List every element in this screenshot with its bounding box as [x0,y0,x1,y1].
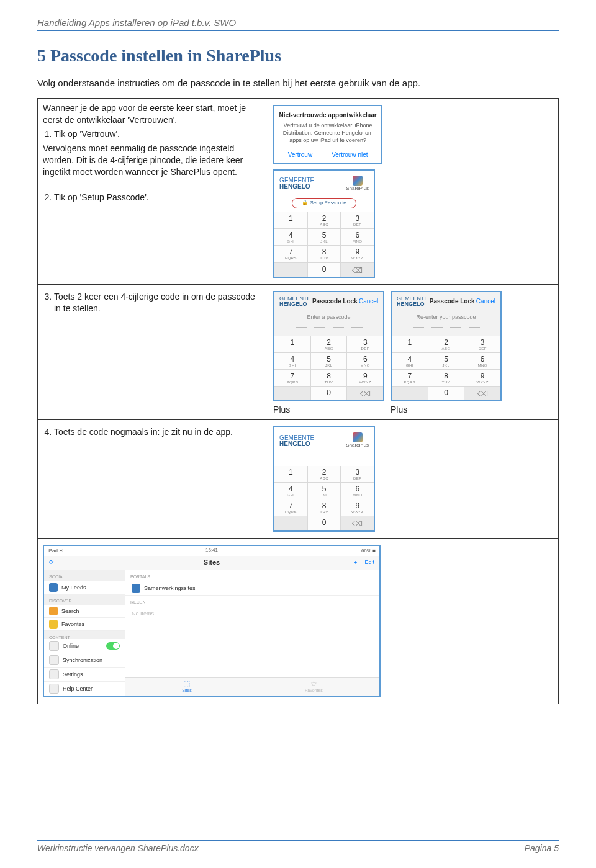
key-9[interactable]: 9WXYZ [341,499,374,516]
key-5[interactable]: 5JKL [428,353,464,369]
key-empty [392,387,428,400]
toolbar-title: Sites [204,558,220,567]
cancel-button[interactable]: Cancel [359,297,378,306]
key-3[interactable]: 3DEF [341,466,374,482]
key-backspace[interactable]: ⌫ [464,387,500,400]
key-4[interactable]: 4GHI [274,483,307,499]
key-6[interactable]: 6MNO [464,353,500,369]
step1-text: Wanneer je de app voor de eerste keer st… [43,102,263,126]
key-1[interactable]: 1 [274,336,310,352]
key-0[interactable]: 0 [311,387,347,400]
gemeente-hengelo-logo: GEMEENTEHENGELO [279,177,314,190]
key-3[interactable]: 3DEF [347,336,383,352]
dialog-title: Niet-vertrouwde appontwikkelaar [278,111,377,120]
key-9[interactable]: 9WXYZ [341,246,374,262]
key-8[interactable]: 8TUV [311,370,347,386]
tab-bar: ⬚Sites ☆Favorites [125,677,379,696]
key-5[interactable]: 5JKL [308,483,341,499]
key-2[interactable]: 2ABC [311,336,347,352]
key-8[interactable]: 8TUV [308,246,341,262]
key-6[interactable]: 6MNO [341,229,374,245]
shareplus-icon [353,176,363,186]
key-empty [274,263,307,277]
key-7[interactable]: 7PQRS [274,499,307,516]
key-9[interactable]: 9WXYZ [347,370,383,386]
step-4-text-cell: Toets de code nogmaals in: je zit nu in … [38,420,268,538]
key-backspace[interactable]: ⌫ [347,387,383,400]
toolbar: ⟳ Sites ＋ Edit [44,556,379,570]
cancel-button[interactable]: Cancel [476,297,495,306]
key-2[interactable]: 2ABC [308,466,341,482]
screenshot-setup-passcode: GEMEENTEHENGELO SharePlus 🔒Setup Passcod… [273,169,375,278]
key-2[interactable]: 2ABC [428,336,464,352]
sidebar-item-search[interactable]: Search [44,605,125,618]
sidebar-item-myfeeds[interactable]: My Feeds [44,581,125,594]
key-7[interactable]: 7PQRS [274,370,310,386]
key-7[interactable]: 7PQRS [274,246,307,262]
keypad: 1 2ABC 3DEF 4GHI 5JKL 6MNO 7PQRS 8TUV 9W… [392,336,500,400]
key-7[interactable]: 7PQRS [392,370,428,386]
key-backspace[interactable]: ⌫ [341,263,374,277]
gemeente-hengelo-logo: GEMEENTEHENGELO [279,435,314,447]
reenter-passcode-label: Re-enter your passcode [392,313,500,321]
key-0[interactable]: 0 [428,387,464,400]
person-icon [49,583,58,592]
footer-page-number: Pagina 5 [525,843,559,853]
sidebar-item-online[interactable]: Online [44,639,125,653]
key-8[interactable]: 8TUV [428,370,464,386]
sidebar-item-favorites[interactable]: Favorites [44,618,125,631]
sidebar-item-sync[interactable]: Synchronization [44,653,125,668]
status-bar: iPad ✶ 16:41 66% ■ [44,546,379,557]
key-1[interactable]: 1 [274,466,307,482]
refresh-icon[interactable]: ⟳ [49,558,54,566]
key-0[interactable]: 0 [308,516,341,530]
key-5[interactable]: 5JKL [308,229,341,245]
tab-favorites[interactable]: ☆Favorites [305,680,323,693]
dialog-dont-trust-button[interactable]: Vertrouw niet [332,151,368,159]
passcode-dots [274,457,374,457]
sidebar-item-help[interactable]: Help Center [44,682,125,696]
sidebar-item-settings[interactable]: Settings [44,668,125,682]
key-3[interactable]: 3DEF [464,336,500,352]
key-2[interactable]: 2ABC [308,212,341,228]
lock-icon: 🔒 [302,200,308,205]
key-5[interactable]: 5JKL [311,353,347,369]
step4-item: Toets de code nogmaals in: je zit nu in … [54,426,263,438]
page-footer: Werkinstructie vervangen SharePlus.docx … [37,840,559,853]
keypad: 1 2ABC 3DEF 4GHI 5JKL 6MNO 7PQRS 8TUV 9W… [274,336,383,400]
footer-filename: Werkinstructie vervangen SharePlus.docx [37,843,199,853]
plus-overlay-label: Plus [273,404,388,416]
key-6[interactable]: 6MNO [341,483,374,499]
tab-sites[interactable]: ⬚Sites [182,680,192,693]
passcode-lock-title: Passcode Lock [430,297,475,306]
online-toggle[interactable] [106,642,120,650]
page-header: Handleiding Apps installeren op iPad t.b… [37,17,559,31]
key-3[interactable]: 3DEF [341,212,374,228]
portal-item[interactable]: Samenwerkingssites [125,581,379,596]
steps-table: Wanneer je de app voor de eerste keer st… [37,98,559,704]
key-4[interactable]: 4GHI [274,353,310,369]
sync-icon [49,655,59,665]
key-backspace[interactable]: ⌫ [341,516,374,530]
key-0[interactable]: 0 [308,263,341,277]
edit-button[interactable]: Edit [364,559,374,565]
keypad: 1 2ABC 3DEF 4GHI 5JKL 6MNO 7PQRS 8TUV 9W… [274,212,374,276]
key-1[interactable]: 1 [392,336,428,352]
setup-passcode-button[interactable]: 🔒Setup Passcode [292,198,356,208]
screenshot-trust-dialog: Niet-vertrouwde appontwikkelaar Vertrouw… [273,105,382,164]
wifi-icon: ✶ [59,548,63,553]
key-6[interactable]: 6MNO [347,353,383,369]
key-8[interactable]: 8TUV [308,499,341,516]
section-recent: RECENT [125,596,379,606]
key-1[interactable]: 1 [274,212,307,228]
keypad: 1 2ABC 3DEF 4GHI 5JKL 6MNO 7PQRS 8TUV 9W… [274,466,374,530]
key-4[interactable]: 4GHI [274,229,307,245]
dialog-body: Vertrouwt u de ontwikkelaar 'iPhone Dist… [278,122,377,144]
dialog-trust-button[interactable]: Vertrouw [288,151,312,159]
key-9[interactable]: 9WXYZ [464,370,500,386]
screenshot-reenter-passcode: GEMEENTEHENGELO Passcode Lock Cancel Re-… [391,291,502,402]
add-button[interactable]: ＋ [353,559,358,565]
key-4[interactable]: 4GHI [392,353,428,369]
section-portals: PORTALS [125,570,379,581]
step-1-2-text-cell: Wanneer je de app voor de eerste keer st… [38,99,268,284]
